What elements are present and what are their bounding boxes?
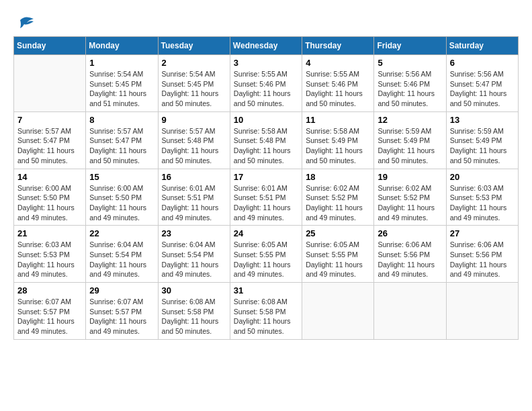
calendar-day-cell: 13Sunrise: 5:59 AM Sunset: 5:49 PM Dayli… — [446, 111, 518, 169]
calendar-week-row: 28Sunrise: 6:07 AM Sunset: 5:57 PM Dayli… — [14, 283, 519, 340]
page-header — [13, 13, 519, 30]
calendar-day-cell: 26Sunrise: 6:06 AM Sunset: 5:56 PM Dayli… — [374, 226, 446, 283]
calendar-day-cell: 16Sunrise: 6:01 AM Sunset: 5:51 PM Dayli… — [158, 169, 230, 226]
day-info: Sunrise: 6:07 AM Sunset: 5:57 PM Dayligh… — [89, 297, 154, 336]
day-info: Sunrise: 6:07 AM Sunset: 5:57 PM Dayligh… — [17, 297, 82, 336]
day-number: 1 — [89, 58, 154, 68]
day-number: 8 — [89, 115, 154, 125]
calendar-day-cell: 24Sunrise: 6:05 AM Sunset: 5:55 PM Dayli… — [230, 226, 302, 283]
weekday-header-cell: Monday — [86, 37, 158, 55]
day-info: Sunrise: 6:08 AM Sunset: 5:58 PM Dayligh… — [234, 297, 298, 336]
day-number: 11 — [306, 115, 370, 125]
calendar-day-cell: 19Sunrise: 6:02 AM Sunset: 5:52 PM Dayli… — [374, 169, 446, 226]
day-number: 26 — [378, 228, 442, 238]
calendar-day-cell: 22Sunrise: 6:04 AM Sunset: 5:54 PM Dayli… — [86, 226, 158, 283]
calendar-day-cell: 4Sunrise: 5:55 AM Sunset: 5:46 PM Daylig… — [302, 55, 374, 112]
calendar-day-cell: 27Sunrise: 6:06 AM Sunset: 5:56 PM Dayli… — [446, 226, 518, 283]
calendar-day-cell: 11Sunrise: 5:58 AM Sunset: 5:49 PM Dayli… — [302, 111, 374, 169]
calendar-week-row: 7Sunrise: 5:57 AM Sunset: 5:47 PM Daylig… — [14, 111, 519, 169]
day-number: 3 — [234, 58, 298, 68]
logo — [13, 13, 35, 30]
day-info: Sunrise: 5:59 AM Sunset: 5:49 PM Dayligh… — [378, 126, 442, 166]
calendar-day-cell: 12Sunrise: 5:59 AM Sunset: 5:49 PM Dayli… — [374, 111, 446, 169]
calendar-day-cell: 10Sunrise: 5:58 AM Sunset: 5:48 PM Dayli… — [230, 111, 302, 169]
day-number: 2 — [162, 58, 226, 68]
weekday-header-cell: Wednesday — [230, 37, 302, 55]
calendar-day-cell — [374, 283, 446, 340]
calendar-day-cell — [446, 283, 518, 340]
day-info: Sunrise: 5:56 AM Sunset: 5:46 PM Dayligh… — [378, 69, 442, 109]
day-info: Sunrise: 6:03 AM Sunset: 5:53 PM Dayligh… — [17, 240, 82, 279]
weekday-header-cell: Tuesday — [158, 37, 230, 55]
calendar-day-cell: 17Sunrise: 6:01 AM Sunset: 5:51 PM Dayli… — [230, 169, 302, 226]
calendar-week-row: 21Sunrise: 6:03 AM Sunset: 5:53 PM Dayli… — [14, 226, 519, 283]
day-info: Sunrise: 6:04 AM Sunset: 5:54 PM Dayligh… — [89, 240, 154, 279]
calendar-day-cell: 2Sunrise: 5:54 AM Sunset: 5:45 PM Daylig… — [158, 55, 230, 112]
day-number: 19 — [378, 172, 442, 182]
day-number: 17 — [234, 172, 298, 182]
calendar-day-cell: 25Sunrise: 6:05 AM Sunset: 5:55 PM Dayli… — [302, 226, 374, 283]
calendar-day-cell: 1Sunrise: 5:54 AM Sunset: 5:45 PM Daylig… — [86, 55, 158, 112]
calendar-day-cell: 28Sunrise: 6:07 AM Sunset: 5:57 PM Dayli… — [14, 283, 86, 340]
day-info: Sunrise: 5:57 AM Sunset: 5:47 PM Dayligh… — [17, 126, 82, 166]
calendar-day-cell: 8Sunrise: 5:57 AM Sunset: 5:47 PM Daylig… — [86, 111, 158, 169]
calendar-day-cell — [14, 55, 86, 112]
day-number: 31 — [234, 285, 298, 295]
calendar-day-cell: 7Sunrise: 5:57 AM Sunset: 5:47 PM Daylig… — [14, 111, 86, 169]
day-info: Sunrise: 5:58 AM Sunset: 5:48 PM Dayligh… — [234, 126, 298, 166]
weekday-header-cell: Saturday — [446, 37, 518, 55]
day-info: Sunrise: 5:55 AM Sunset: 5:46 PM Dayligh… — [234, 69, 298, 109]
calendar-day-cell: 21Sunrise: 6:03 AM Sunset: 5:53 PM Dayli… — [14, 226, 86, 283]
calendar-body: 1Sunrise: 5:54 AM Sunset: 5:45 PM Daylig… — [14, 55, 519, 340]
day-info: Sunrise: 6:06 AM Sunset: 5:56 PM Dayligh… — [378, 240, 442, 279]
day-number: 18 — [306, 172, 370, 182]
calendar-day-cell: 23Sunrise: 6:04 AM Sunset: 5:54 PM Dayli… — [158, 226, 230, 283]
day-info: Sunrise: 6:08 AM Sunset: 5:58 PM Dayligh… — [162, 297, 226, 336]
day-number: 15 — [89, 172, 154, 182]
day-number: 28 — [17, 285, 82, 295]
day-number: 6 — [450, 58, 515, 68]
calendar-week-row: 14Sunrise: 6:00 AM Sunset: 5:50 PM Dayli… — [14, 169, 519, 226]
day-info: Sunrise: 5:54 AM Sunset: 5:45 PM Dayligh… — [162, 69, 226, 109]
day-number: 27 — [450, 228, 515, 238]
day-number: 4 — [306, 58, 370, 68]
day-info: Sunrise: 5:57 AM Sunset: 5:47 PM Dayligh… — [89, 126, 154, 166]
day-number: 16 — [162, 172, 226, 182]
logo-bird-icon — [15, 13, 35, 34]
day-number: 5 — [378, 58, 442, 68]
calendar-table: SundayMondayTuesdayWednesdayThursdayFrid… — [13, 36, 519, 340]
day-info: Sunrise: 5:55 AM Sunset: 5:46 PM Dayligh… — [306, 69, 370, 109]
day-info: Sunrise: 5:54 AM Sunset: 5:45 PM Dayligh… — [89, 69, 154, 109]
weekday-header-cell: Friday — [374, 37, 446, 55]
day-number: 25 — [306, 228, 370, 238]
calendar-day-cell: 30Sunrise: 6:08 AM Sunset: 5:58 PM Dayli… — [158, 283, 230, 340]
day-info: Sunrise: 5:59 AM Sunset: 5:49 PM Dayligh… — [450, 126, 515, 166]
day-info: Sunrise: 6:05 AM Sunset: 5:55 PM Dayligh… — [234, 240, 298, 279]
day-info: Sunrise: 6:02 AM Sunset: 5:52 PM Dayligh… — [306, 183, 370, 223]
day-number: 30 — [162, 285, 226, 295]
day-info: Sunrise: 6:00 AM Sunset: 5:50 PM Dayligh… — [89, 183, 154, 223]
day-info: Sunrise: 6:01 AM Sunset: 5:51 PM Dayligh… — [234, 183, 298, 223]
day-info: Sunrise: 6:04 AM Sunset: 5:54 PM Dayligh… — [162, 240, 226, 279]
calendar-day-cell: 14Sunrise: 6:00 AM Sunset: 5:50 PM Dayli… — [14, 169, 86, 226]
day-number: 22 — [89, 228, 154, 238]
day-info: Sunrise: 5:57 AM Sunset: 5:48 PM Dayligh… — [162, 126, 226, 166]
day-number: 20 — [450, 172, 515, 182]
day-number: 21 — [17, 228, 82, 238]
calendar-day-cell: 31Sunrise: 6:08 AM Sunset: 5:58 PM Dayli… — [230, 283, 302, 340]
calendar-day-cell: 29Sunrise: 6:07 AM Sunset: 5:57 PM Dayli… — [86, 283, 158, 340]
day-number: 24 — [234, 228, 298, 238]
day-number: 14 — [17, 172, 82, 182]
day-info: Sunrise: 5:56 AM Sunset: 5:47 PM Dayligh… — [450, 69, 515, 109]
calendar-week-row: 1Sunrise: 5:54 AM Sunset: 5:45 PM Daylig… — [14, 55, 519, 112]
calendar-day-cell: 5Sunrise: 5:56 AM Sunset: 5:46 PM Daylig… — [374, 55, 446, 112]
day-info: Sunrise: 5:58 AM Sunset: 5:49 PM Dayligh… — [306, 126, 370, 166]
weekday-header-cell: Sunday — [14, 37, 86, 55]
day-number: 29 — [89, 285, 154, 295]
day-info: Sunrise: 6:02 AM Sunset: 5:52 PM Dayligh… — [378, 183, 442, 223]
day-number: 10 — [234, 115, 298, 125]
day-info: Sunrise: 6:03 AM Sunset: 5:53 PM Dayligh… — [450, 183, 515, 223]
weekday-header-cell: Thursday — [302, 37, 374, 55]
day-number: 23 — [162, 228, 226, 238]
day-info: Sunrise: 6:05 AM Sunset: 5:55 PM Dayligh… — [306, 240, 370, 279]
